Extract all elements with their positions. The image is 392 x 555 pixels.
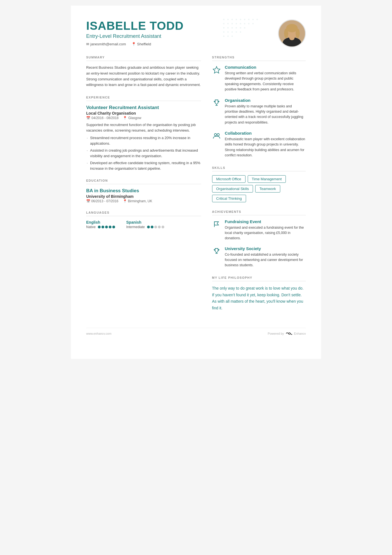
svg-point-42 (214, 134, 217, 136)
header-left: ISABELLE TODD Entry-Level Recruitment As… (86, 19, 184, 46)
lang-dot (158, 226, 161, 228)
svg-point-26 (236, 31, 237, 33)
skill-time-management: Time Management (248, 175, 286, 183)
edu-location: 📍 Birmingham, UK (123, 199, 152, 203)
philosophy-section: MY LIFE PHILOSOPHY The only way to do gr… (212, 276, 306, 312)
svg-point-20 (236, 27, 237, 29)
strengths-label: STRENGTHS (212, 56, 306, 59)
summary-text: Recent Business Studies graduate and amb… (86, 65, 201, 88)
language-spanish: Spanish Intermediate (126, 220, 164, 229)
trophy-icon (212, 98, 221, 107)
achievement-fundraising: Fundraising Event Organised and executed… (212, 219, 306, 241)
languages-label: LANGUAGES (86, 211, 201, 214)
star-icon (212, 65, 221, 74)
skills-grid: Microsoft Office Time Management Organis… (212, 175, 306, 202)
education-label: EDUCATION (86, 179, 201, 182)
strength-communication-name: Communication (225, 65, 306, 70)
svg-point-28 (223, 36, 225, 37)
strength-organisation-name: Organisation (225, 98, 306, 103)
exp-date: 📅 04/2016 - 08/2018 (86, 116, 118, 120)
strength-organisation-desc: Proven ability to manage multiple tasks … (225, 104, 306, 125)
candidate-title: Entry-Level Recruitment Assistant (86, 33, 184, 39)
edu-location-value: Birmingham, UK (128, 199, 152, 203)
exp-org: Local Charity Organisation (86, 111, 136, 115)
lang-dot (98, 226, 101, 228)
philosophy-text: The only way to do great work is to love… (212, 285, 306, 312)
strength-communication-desc: Strong written and verbal communication … (225, 71, 306, 92)
skills-label: SKILLS (212, 166, 306, 169)
lang-dot (162, 226, 164, 228)
avatar-image (279, 20, 305, 46)
achievement-university-title: University Society (225, 246, 306, 251)
lang-english-name: English (86, 220, 115, 225)
footer-website: www.enhancv.com (86, 332, 111, 335)
svg-point-14 (244, 23, 245, 24)
header-contact: ✉ janesmith@email.com 📍 Sheffield (86, 42, 184, 46)
exp-bullet-3: Developed an effective candidate trackin… (90, 160, 201, 171)
svg-point-43 (217, 134, 219, 136)
lang-dot (154, 226, 157, 228)
achievements-section: ACHIEVEMENTS Fundraising Event Organised… (212, 210, 306, 268)
edu-meta: 📅 06/2013 - 07/2016 📍 Birmingham, UK (86, 199, 201, 203)
experience-label: EXPERIENCE (86, 96, 201, 99)
education-section: EDUCATION BA in Business Studies Univers… (86, 179, 201, 203)
enhancv-logo-icon (286, 331, 292, 336)
achievement-fundraising-desc: Organised and executed a fundraising eve… (225, 225, 306, 241)
edu-school: University of Birmingham (86, 194, 201, 199)
svg-point-5 (244, 19, 245, 20)
exp-meta: 📅 04/2016 - 08/2018 📍 Glasgow (86, 116, 201, 120)
philosophy-label: MY LIFE PHILOSOPHY (212, 276, 306, 279)
people-icon (212, 131, 221, 140)
lang-dot (105, 226, 108, 228)
education-divider (86, 184, 201, 184)
lang-dot (101, 226, 104, 228)
achievements-label: ACHIEVEMENTS (212, 210, 306, 213)
lang-english-level-row: Native (86, 225, 115, 229)
achievement-fundraising-title: Fundraising Event (225, 219, 306, 224)
svg-point-3 (236, 19, 237, 20)
svg-point-21 (240, 27, 241, 29)
edu-degree: BA in Business Studies (86, 188, 201, 194)
summary-section: SUMMARY Recent Business Studies graduate… (86, 56, 201, 88)
two-column-layout: SUMMARY Recent Business Studies graduate… (86, 56, 306, 319)
exp-bullet-2: Assisted in creating job postings and ad… (90, 148, 201, 159)
footer: www.enhancv.com Powered by Enhancv (86, 328, 306, 336)
right-column: STRENGTHS Communication Strong written a… (212, 56, 306, 319)
svg-point-19 (232, 27, 233, 29)
edu-date: 📅 06/2013 - 07/2016 (86, 199, 118, 203)
trophy2-icon (212, 247, 221, 256)
svg-point-18 (227, 27, 229, 29)
email-icon: ✉ (86, 42, 89, 46)
skill-critical-thinking: Critical Thinking (212, 195, 246, 202)
brand-name: Enhancv (294, 332, 306, 335)
svg-point-23 (223, 31, 225, 33)
strength-collaboration-content: Collaboration Enthusiastic team player w… (225, 131, 306, 158)
svg-point-27 (240, 31, 241, 33)
strength-communication: Communication Strong written and verbal … (212, 65, 306, 92)
svg-point-25 (232, 31, 233, 33)
exp-bullet-1: Streamlined recruitment process resultin… (90, 135, 201, 146)
lang-dot (109, 226, 111, 228)
language-english: English Native (86, 220, 115, 229)
footer-brand: Powered by Enhancv (268, 331, 306, 336)
svg-point-17 (223, 27, 225, 29)
email-value: janesmith@email.com (90, 42, 126, 46)
edu-pin-icon: 📍 (123, 199, 127, 203)
lang-english-level: Native (86, 225, 96, 229)
lang-dot (151, 226, 153, 228)
svg-point-30 (232, 36, 233, 37)
candidate-name: ISABELLE TODD (86, 19, 184, 32)
strength-communication-content: Communication Strong written and verbal … (225, 65, 306, 92)
decorative-dots (221, 17, 277, 39)
achievement-university-desc: Co-founded and established a university … (225, 252, 306, 268)
strength-organisation: Organisation Proven ability to manage mu… (212, 98, 306, 125)
strength-collaboration: Collaboration Enthusiastic team player w… (212, 131, 306, 158)
skill-organisational-skills: Organisational Skills (212, 185, 253, 193)
languages-divider (86, 216, 201, 216)
location-value: Sheffield (137, 42, 151, 46)
lang-spanish-level: Intermediate (126, 225, 145, 229)
lang-spanish-level-row: Intermediate (126, 225, 164, 229)
philosophy-divider (212, 281, 306, 281)
svg-point-22 (244, 27, 245, 29)
skills-section: SKILLS Microsoft Office Time Management … (212, 166, 306, 202)
